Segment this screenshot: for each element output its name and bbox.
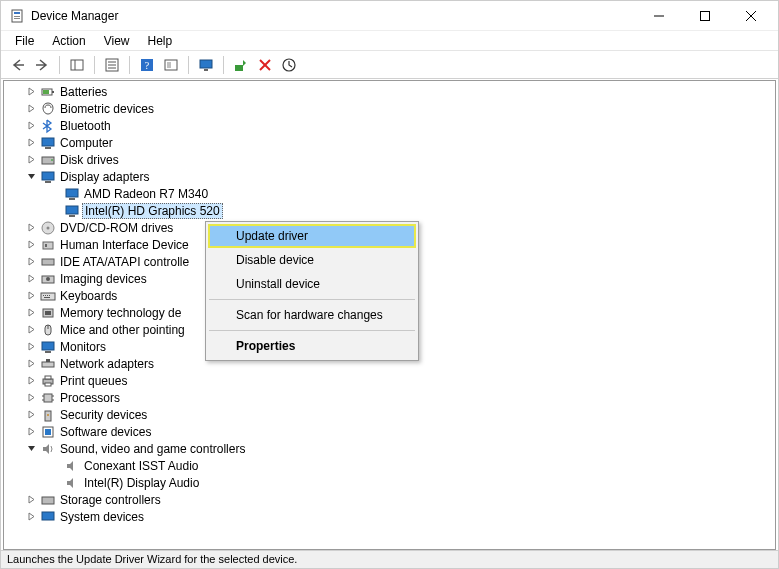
printer-icon	[40, 373, 56, 389]
expander-collapsed-icon[interactable]	[24, 136, 38, 150]
svg-rect-55	[45, 351, 51, 353]
toolbar-separator	[94, 56, 95, 74]
svg-rect-71	[42, 512, 54, 520]
svg-rect-8	[71, 60, 83, 70]
security-icon	[40, 407, 56, 423]
monitor-button[interactable]	[195, 54, 217, 76]
forward-button[interactable]	[31, 54, 53, 76]
window-controls	[636, 1, 774, 31]
bluetooth-icon	[40, 118, 56, 134]
expander-collapsed-icon[interactable]	[24, 255, 38, 269]
svg-rect-1	[14, 12, 20, 14]
svg-rect-51	[45, 311, 51, 315]
minimize-button[interactable]	[636, 1, 682, 31]
tree-label: AMD Radeon R7 M340	[84, 187, 208, 201]
properties-button[interactable]	[101, 54, 123, 76]
expander-expanded-icon[interactable]	[24, 442, 38, 456]
menu-file[interactable]: File	[7, 32, 42, 50]
expander-collapsed-icon[interactable]	[24, 221, 38, 235]
expander-collapsed-icon[interactable]	[24, 493, 38, 507]
expander-expanded-icon[interactable]	[24, 170, 38, 184]
system-icon	[40, 509, 56, 525]
back-button[interactable]	[7, 54, 29, 76]
menubar: File Action View Help	[1, 31, 778, 51]
processor-icon	[40, 390, 56, 406]
expander-collapsed-icon[interactable]	[24, 238, 38, 252]
svg-rect-44	[41, 293, 55, 300]
expander-collapsed-icon[interactable]	[24, 289, 38, 303]
tree-row[interactable]: Print queues	[4, 372, 775, 389]
tree-row[interactable]: Software devices	[4, 423, 775, 440]
tree-row[interactable]: Processors	[4, 389, 775, 406]
tree-row[interactable]: Display adapters	[4, 168, 775, 185]
svg-rect-59	[45, 376, 51, 379]
display-adapter-icon	[64, 186, 80, 202]
tree-row[interactable]: AMD Radeon R7 M340	[4, 185, 775, 202]
expander-collapsed-icon[interactable]	[24, 510, 38, 524]
show-hide-console-button[interactable]	[66, 54, 88, 76]
svg-rect-40	[45, 244, 47, 247]
expander-collapsed-icon[interactable]	[24, 425, 38, 439]
dvd-icon	[40, 220, 56, 236]
uninstall-button[interactable]	[254, 54, 276, 76]
svg-rect-47	[47, 295, 48, 296]
svg-rect-5	[701, 11, 710, 20]
context-update-driver[interactable]: Update driver	[208, 224, 416, 248]
tree-row[interactable]: Biometric devices	[4, 100, 775, 117]
expander-collapsed-icon[interactable]	[24, 357, 38, 371]
tree-label: Intel(R) HD Graphics 520	[82, 203, 223, 219]
tree-label: Processors	[60, 391, 120, 405]
audio-icon	[40, 441, 56, 457]
expander-collapsed-icon[interactable]	[24, 153, 38, 167]
tree-row-selected[interactable]: Intel(R) HD Graphics 520	[4, 202, 775, 219]
svg-rect-27	[42, 138, 54, 146]
context-uninstall-device[interactable]: Uninstall device	[208, 272, 416, 296]
tree-row[interactable]: Disk drives	[4, 151, 775, 168]
expander-collapsed-icon[interactable]	[24, 306, 38, 320]
app-icon	[9, 8, 25, 24]
show-hidden-button[interactable]	[160, 54, 182, 76]
tree-row[interactable]: Batteries	[4, 83, 775, 100]
context-disable-device[interactable]: Disable device	[208, 248, 416, 272]
expander-collapsed-icon[interactable]	[24, 391, 38, 405]
expander-collapsed-icon[interactable]	[24, 102, 38, 116]
tree-label: Batteries	[60, 85, 107, 99]
tree-row[interactable]: Storage controllers	[4, 491, 775, 508]
tree-row[interactable]: Sound, video and game controllers	[4, 440, 775, 457]
tree-row[interactable]: System devices	[4, 508, 775, 525]
menu-action[interactable]: Action	[44, 32, 93, 50]
expander-none	[48, 459, 62, 473]
menu-help[interactable]: Help	[140, 32, 181, 50]
svg-point-30	[51, 159, 53, 161]
svg-rect-26	[43, 90, 49, 94]
context-scan-hardware[interactable]: Scan for hardware changes	[208, 303, 416, 327]
maximize-button[interactable]	[682, 1, 728, 31]
computer-icon	[40, 135, 56, 151]
context-properties[interactable]: Properties	[208, 334, 416, 358]
expander-collapsed-icon[interactable]	[24, 119, 38, 133]
scan-hardware-button[interactable]	[278, 54, 300, 76]
tree-label: Bluetooth	[60, 119, 111, 133]
svg-rect-3	[14, 18, 20, 19]
toolbar: ?	[1, 51, 778, 79]
expander-collapsed-icon[interactable]	[24, 340, 38, 354]
mouse-icon	[40, 322, 56, 338]
expander-collapsed-icon[interactable]	[24, 272, 38, 286]
tree-label: Software devices	[60, 425, 151, 439]
expander-collapsed-icon[interactable]	[24, 408, 38, 422]
menu-view[interactable]: View	[96, 32, 138, 50]
expander-collapsed-icon[interactable]	[24, 323, 38, 337]
tree-label: DVD/CD-ROM drives	[60, 221, 173, 235]
display-adapter-icon	[64, 203, 80, 219]
tree-row[interactable]: Intel(R) Display Audio	[4, 474, 775, 491]
tree-row[interactable]: Conexant ISST Audio	[4, 457, 775, 474]
help-button[interactable]: ?	[136, 54, 158, 76]
tree-row[interactable]: Computer	[4, 134, 775, 151]
close-button[interactable]	[728, 1, 774, 31]
update-driver-button[interactable]	[230, 54, 252, 76]
expander-collapsed-icon[interactable]	[24, 374, 38, 388]
expander-collapsed-icon[interactable]	[24, 85, 38, 99]
tree-row[interactable]: Bluetooth	[4, 117, 775, 134]
memory-icon	[40, 305, 56, 321]
tree-row[interactable]: Security devices	[4, 406, 775, 423]
